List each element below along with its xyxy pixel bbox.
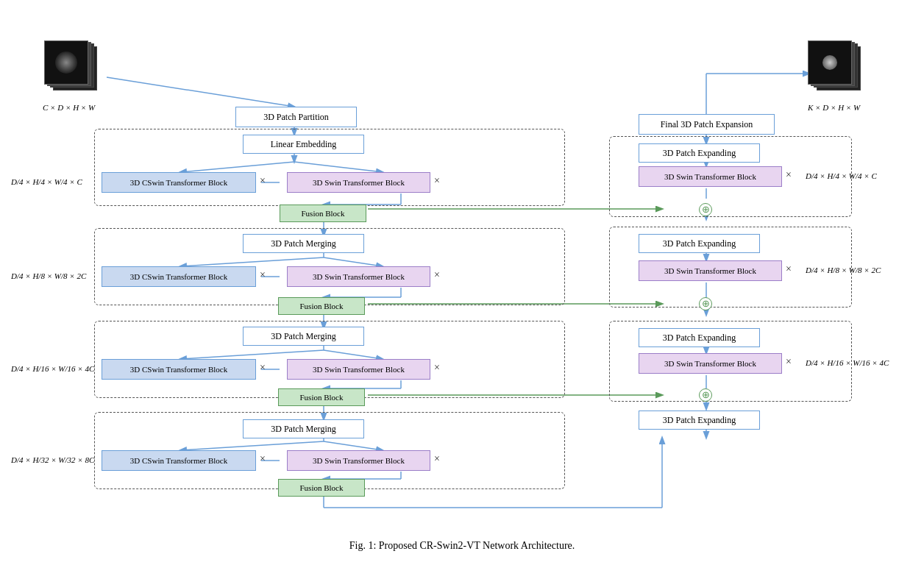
times-4: × [260, 453, 266, 465]
input-label: C × D × H × W [43, 103, 95, 112]
times-dec-3r: × [786, 356, 792, 368]
swin-dec-block-3: 3D Swin Transformer Block [639, 353, 782, 374]
dim-label-right-2: D/4 × H/8 × W/8 × 2C [806, 266, 881, 274]
times-1: × [260, 175, 266, 187]
cswin-block-1: 3D CSwin Transformer Block [102, 172, 256, 193]
plus-circle-1: ⊕ [699, 203, 712, 216]
dim-label-left-2: D/4 × H/8 × W/8 × 2C [11, 271, 86, 280]
plus-circle-3: ⊕ [699, 388, 712, 402]
patch-expanding-3: 3D Patch Expanding [639, 328, 760, 347]
swin-dec-block-2: 3D Swin Transformer Block [639, 260, 782, 281]
dim-label-right-1: D/4 × H/4 × W/4 × C [806, 171, 877, 180]
patch-merging-4: 3D Patch Merging [243, 419, 364, 438]
cswin-block-4: 3D CSwin Transformer Block [102, 450, 256, 471]
patch-expanding-4: 3D Patch Expanding [639, 411, 760, 430]
cswin-block-3: 3D CSwin Transformer Block [102, 359, 256, 380]
fusion-block-1: Fusion Block [280, 205, 366, 222]
times-dec-1r: × [786, 169, 792, 181]
swin-enc-block-3: 3D Swin Transformer Block [287, 359, 430, 380]
patch-merging-3: 3D Patch Merging [243, 327, 364, 346]
fusion-block-4: Fusion Block [278, 479, 365, 497]
times-2: × [260, 269, 266, 281]
times-1r: × [434, 175, 440, 187]
svg-line-0 [107, 77, 294, 107]
patch-partition-box: 3D Patch Partition [235, 107, 357, 127]
input-image [44, 40, 103, 99]
times-3r: × [434, 362, 440, 374]
fusion-block-3: Fusion Block [278, 388, 365, 406]
linear-embedding-box: Linear Embedding [243, 135, 364, 154]
plus-circle-2: ⊕ [699, 297, 712, 310]
diagram: C × D × H × W K × D × H × W 3D Patch Par… [0, 0, 924, 565]
swin-enc-block-4: 3D Swin Transformer Block [287, 450, 430, 471]
fusion-block-2: Fusion Block [278, 297, 365, 315]
caption: Fig. 1: Proposed CR-Swin2-VT Network Arc… [0, 540, 924, 552]
dim-label-right-3: D/4 × H/16 × W/16 × 4C [806, 358, 889, 367]
times-dec-2r: × [786, 263, 792, 275]
dim-label-left-1: D/4 × H/4 × W/4 × C [11, 177, 82, 186]
swin-enc-block-2: 3D Swin Transformer Block [287, 266, 430, 287]
dim-label-left-3: D/4 × H/16 × W/16 × 4C [11, 364, 94, 373]
output-label: K × D × H × W [808, 103, 860, 112]
dim-label-left-4: D/4 × H/32 × W/32 × 8C [11, 455, 94, 464]
swin-enc-block-1: 3D Swin Transformer Block [287, 172, 430, 193]
cswin-block-2: 3D CSwin Transformer Block [102, 266, 256, 287]
output-image [808, 40, 867, 99]
times-3: × [260, 362, 266, 374]
times-2r: × [434, 269, 440, 281]
patch-expanding-1: 3D Patch Expanding [639, 143, 760, 163]
patch-merging-2: 3D Patch Merging [243, 234, 364, 253]
final-expansion-box: Final 3D Patch Expansion [639, 114, 775, 135]
swin-dec-block-1: 3D Swin Transformer Block [639, 166, 782, 187]
patch-expanding-2: 3D Patch Expanding [639, 234, 760, 253]
times-4r: × [434, 453, 440, 465]
